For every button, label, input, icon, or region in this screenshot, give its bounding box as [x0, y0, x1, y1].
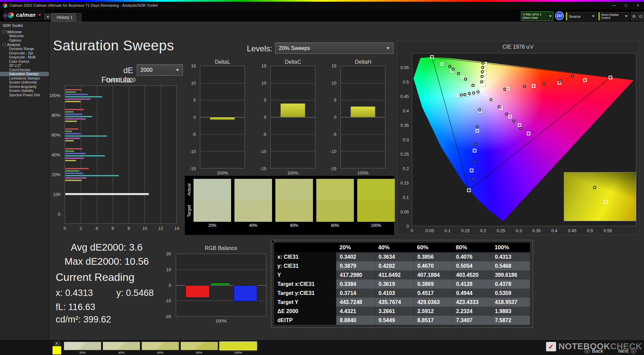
window-title: Calman 2022 Calman Ultimate for Business… — [9, 3, 158, 7]
table-cell: 2.5912 — [414, 307, 452, 316]
new-tab-stub[interactable] — [76, 13, 82, 21]
bar-white — [65, 193, 149, 195]
back-button[interactable]: ‹ Back — [584, 348, 603, 354]
tab-history-1[interactable]: History 1 — [51, 13, 78, 21]
axis-tick-label: -10 — [260, 149, 266, 154]
bottom-bar: 20%40%60%80%100% ✓ NOTEBOOKCHECK ‹ Back … — [0, 340, 644, 355]
mini-yaxis: 151050-5-10-15 — [327, 66, 338, 168]
bar-red — [185, 285, 210, 298]
measured-marker — [460, 93, 463, 96]
swatch-label: 100% — [357, 222, 395, 229]
axis-tick-label: 0 — [264, 115, 266, 120]
eye-icon — [54, 342, 60, 345]
close-button[interactable]: × — [632, 2, 644, 9]
table-cell: 0.4378 — [491, 280, 530, 289]
table-cell: 0.3634 — [375, 252, 414, 261]
bar-green — [65, 170, 79, 172]
bar-yellow — [65, 160, 76, 161]
actual-swatch — [316, 179, 354, 200]
delta-value-bar — [280, 103, 305, 117]
table-cell: 0.3714 — [336, 289, 375, 298]
axis-tick-label: 0 — [63, 226, 66, 231]
playlist-swatch-40[interactable]: 40% — [103, 342, 140, 354]
table-cell: 0.4517 — [414, 289, 452, 298]
deltaE-chart-title: DeltaE 2000 — [65, 77, 177, 83]
measurement-table: 20%40%60%80%100% x: CIE310.34020.36340.3… — [274, 243, 530, 325]
table-cell: 1.9883 — [491, 307, 530, 316]
table-cell: 8.8840 — [336, 316, 375, 325]
maximize-button[interactable]: □ — [620, 2, 632, 9]
measured-marker — [474, 143, 477, 146]
mini-xlabel: 100% — [200, 170, 245, 175]
bar-group-40 — [65, 145, 176, 165]
bar-yellow — [65, 101, 81, 102]
gridline — [200, 100, 245, 100]
session-icon[interactable] — [3, 13, 7, 18]
measured-marker — [523, 85, 526, 88]
playlist-swatch-20[interactable]: 20% — [64, 342, 101, 354]
settings-button[interactable]: ⚙ — [631, 12, 637, 20]
sidebar-item-colorchecker[interactable]: ColorChecker — [0, 68, 49, 72]
sidebar-group-welcome[interactable]: -Welcome — [0, 30, 49, 34]
table-cell: 3.2661 — [375, 307, 414, 316]
target-swatch — [234, 200, 272, 222]
swatch-color — [180, 342, 218, 350]
display-control-dropdown[interactable]: Direct Display Control — [598, 12, 629, 20]
levels-dropdown[interactable]: 20% Sweeps — [275, 43, 393, 54]
sidebar-item-options[interactable]: Options — [0, 38, 49, 43]
back-arrow-icon: ‹ — [584, 348, 590, 354]
sidebar-item-grayscale-multi[interactable]: Grayscale - Multi — [0, 55, 49, 59]
sidebar-item-screen-uniformity[interactable]: Screen Uniformity — [0, 80, 49, 85]
playlist-swatch-60[interactable]: 60% — [142, 342, 179, 354]
table-cell: 443.7248 — [336, 298, 375, 307]
meter-dropdown[interactable]: X-Rite i1Pro 2 Direct View — [521, 11, 553, 21]
chevron-down-icon — [549, 15, 552, 17]
table-cell: 411.6492 — [375, 270, 414, 280]
power-button[interactable] — [638, 12, 644, 20]
playlist-swatch-80[interactable]: 80% — [180, 342, 218, 354]
sidebar-item-grayscale-2pt[interactable]: Grayscale - 2pt — [0, 51, 49, 55]
next-arrow-icon: › — [631, 348, 636, 354]
measured-marker — [477, 91, 480, 94]
collapse-toggle-icon[interactable]: - — [3, 30, 6, 33]
de-summary: Avg dE2000: 3.6 Max dE2000: 10.56 — [50, 240, 163, 268]
table-header-cell: 80% — [452, 243, 491, 252]
source-dropdown[interactable]: Source — [566, 12, 597, 20]
mini-yaxis: 151050-5-10-15 — [257, 66, 268, 168]
swatch-column-40: 40% — [234, 179, 272, 229]
sidebar-item-3d-lut[interactable]: 3D LUT — [0, 63, 49, 68]
row-label: Target x:CIE31 — [274, 280, 336, 289]
measured-marker — [505, 112, 508, 115]
table-cell: 403.4520 — [452, 270, 491, 280]
patch-count-badge[interactable]: 237 — [555, 11, 564, 20]
table-cell: 418.9537 — [491, 298, 530, 307]
sidebar-group-analysis[interactable]: -Analysis — [0, 42, 49, 47]
gridline — [341, 83, 385, 84]
sidebar-item-luminance-sweeps[interactable]: Luminance Sweeps — [0, 76, 49, 81]
collapse-toggle-icon[interactable]: - — [3, 43, 6, 46]
chevron-down-icon — [625, 15, 628, 17]
next-button[interactable]: Next › — [618, 348, 636, 354]
sidebar-item-saturation-sweeps[interactable]: Saturation Sweeps — [0, 72, 49, 76]
minimize-button[interactable]: — — [608, 2, 620, 9]
bar-group-100 — [65, 86, 176, 106]
cie-plot — [412, 53, 636, 226]
gridline — [200, 151, 245, 151]
bar-green — [65, 111, 74, 113]
axis-tick-label: -10 — [165, 298, 171, 303]
sidebar-item-welcome[interactable]: Welcome — [0, 34, 49, 38]
measured-marker — [476, 125, 479, 129]
axis-tick-label: 5 — [334, 98, 336, 103]
calman-menu-button[interactable]: calman — [4, 10, 45, 20]
deltaL-chart: DeltaL 151050-5-10-15 100% — [186, 59, 246, 177]
gridline — [271, 117, 315, 117]
swatch-color — [103, 342, 140, 350]
de-formula-dropdown[interactable]: 2000 — [137, 64, 183, 75]
app-window: Calman 2022 Calman Ultimate for Business… — [0, 0, 644, 355]
bar-group-20 — [65, 164, 176, 184]
target-marker — [461, 76, 464, 80]
sidebar-item-dynamic-range[interactable]: Dynamic Range — [0, 47, 49, 51]
sidebar-item-color-gamut[interactable]: Color Gamut — [0, 59, 49, 64]
sidebar-collapse-button[interactable]: ◀ — [45, 14, 50, 19]
playlist-swatch-100[interactable]: 100% — [219, 342, 257, 354]
